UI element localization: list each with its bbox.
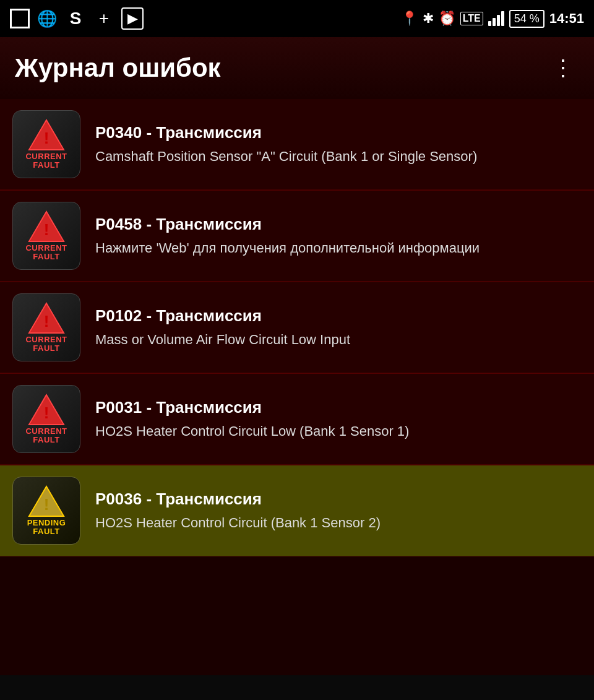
svg-text:!: !	[44, 312, 50, 331]
error-description: Camshaft Position Sensor "A" Circuit (Ba…	[95, 147, 582, 166]
battery-indicator: 54 %	[509, 10, 544, 28]
svg-text:!: !	[44, 404, 50, 422]
badge-line2: FAULT	[33, 436, 59, 444]
status-bar-right: 📍 ✱ ⏰ LTE 54 % 14:51	[401, 10, 584, 28]
bottom-bar	[0, 675, 594, 700]
svg-text:!: !	[44, 129, 50, 147]
error-code: P0458 - Трансмиссия	[95, 215, 582, 234]
more-options-button[interactable]: ⋮	[547, 50, 579, 86]
current-fault-badge: ! CURRENT FAULT	[12, 385, 80, 453]
error-list: ! CURRENT FAULT P0340 - Трансмиссия Cams…	[0, 99, 594, 556]
status-bar: 🌐 S + ▶ 📍 ✱ ⏰ LTE 54 % 14:51	[0, 0, 594, 37]
window-icon	[10, 9, 30, 28]
badge-line2: FAULT	[33, 161, 59, 170]
globe-icon: 🌐	[36, 7, 58, 30]
badge-line1: PENDING	[27, 519, 66, 527]
current-fault-badge: ! CURRENT FAULT	[12, 110, 80, 178]
error-code: P0031 - Трансмиссия	[95, 398, 582, 417]
location-icon: 📍	[401, 11, 418, 27]
svg-text:!: !	[44, 220, 50, 239]
list-item[interactable]: ! CURRENT FAULT P0031 - Трансмиссия HO2S…	[0, 374, 594, 465]
skype-icon: S	[64, 7, 87, 30]
alarm-icon: ⏰	[439, 11, 455, 27]
signal-bars	[488, 11, 504, 26]
list-item[interactable]: ! CURRENT FAULT P0102 - Трансмиссия Mass…	[0, 282, 594, 373]
badge-line1: CURRENT	[25, 244, 67, 253]
warning-triangle-icon: !	[28, 485, 65, 517]
badge-line1: CURRENT	[25, 152, 67, 161]
lte-badge: LTE	[460, 12, 483, 25]
error-code: P0102 - Трансмиссия	[95, 306, 582, 326]
pending-fault-badge: ! PENDING FAULT	[12, 477, 80, 545]
error-code: P0340 - Трансмиссия	[95, 123, 582, 142]
page-title: Журнал ошибок	[15, 53, 221, 83]
warning-triangle-icon: !	[28, 210, 65, 243]
error-description: Нажмите 'Web' для получения дополнительн…	[95, 239, 582, 257]
badge-line2: FAULT	[33, 344, 59, 353]
warning-triangle-icon: !	[28, 302, 65, 334]
error-content: P0458 - Трансмиссия Нажмите 'Web' для по…	[95, 215, 582, 257]
error-content: P0102 - Трансмиссия Mass or Volume Air F…	[95, 306, 582, 349]
list-item[interactable]: ! CURRENT FAULT P0458 - Трансмиссия Нажм…	[0, 191, 594, 282]
list-item[interactable]: ! CURRENT FAULT P0340 - Трансмиссия Cams…	[0, 99, 594, 190]
error-description: Mass or Volume Air Flow Circuit Low Inpu…	[95, 331, 582, 349]
current-fault-badge: ! CURRENT FAULT	[12, 293, 80, 361]
plus-icon: +	[93, 7, 115, 30]
error-content: P0031 - Трансмиссия HO2S Heater Control …	[95, 398, 582, 441]
error-description: HO2S Heater Control Circuit Low (Bank 1 …	[95, 422, 582, 441]
warning-triangle-icon: !	[28, 394, 65, 426]
bluetooth-icon: ✱	[423, 11, 434, 27]
error-code: P0036 - Трансмиссия	[95, 490, 582, 509]
status-bar-left: 🌐 S + ▶	[10, 7, 144, 30]
play-icon: ▶	[121, 7, 144, 30]
badge-line2: FAULT	[33, 527, 59, 536]
app-header: Журнал ошибок ⋮	[0, 37, 594, 99]
svg-text:!: !	[44, 495, 50, 514]
error-description: HO2S Heater Control Circuit (Bank 1 Sens…	[95, 514, 582, 532]
error-content: P0340 - Трансмиссия Camshaft Position Se…	[95, 123, 582, 166]
list-item[interactable]: ! PENDING FAULT P0036 - Трансмиссия HO2S…	[0, 465, 594, 556]
badge-line1: CURRENT	[25, 335, 67, 344]
warning-triangle-icon: !	[28, 119, 65, 151]
badge-line2: FAULT	[33, 253, 59, 261]
badge-line1: CURRENT	[25, 427, 67, 436]
status-time: 14:51	[549, 11, 584, 27]
error-content: P0036 - Трансмиссия HO2S Heater Control …	[95, 490, 582, 532]
current-fault-badge: ! CURRENT FAULT	[12, 202, 80, 270]
